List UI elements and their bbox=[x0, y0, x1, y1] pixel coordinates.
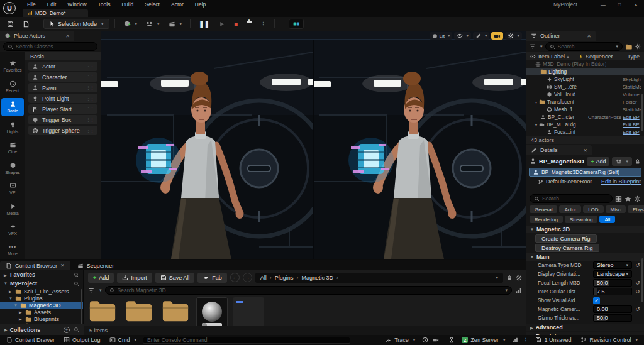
window-restore-button[interactable]: □ bbox=[611, 1, 628, 9]
close-icon[interactable]: ✕ bbox=[583, 148, 587, 153]
place-item-pawn[interactable]: Pawn⋮⋮ bbox=[28, 83, 97, 92]
category-vfx[interactable]: VFX bbox=[1, 221, 24, 239]
details-search-input[interactable] bbox=[542, 195, 608, 202]
cmd-dropdown[interactable]: Cmd ▾ bbox=[107, 335, 140, 345]
m3d-plugin-button[interactable] bbox=[289, 19, 304, 29]
grid-view-icon[interactable] bbox=[615, 195, 622, 202]
forward-button[interactable]: → bbox=[243, 273, 252, 282]
category-vp[interactable]: VP bbox=[1, 180, 24, 198]
drag-handle[interactable]: ⋮⋮ bbox=[86, 128, 94, 133]
menu-edit[interactable]: Edit bbox=[42, 0, 62, 9]
category-more[interactable]: •••More bbox=[1, 241, 24, 260]
console-input[interactable] bbox=[147, 337, 346, 343]
edit-bp-link[interactable]: Edit BP bbox=[623, 129, 641, 135]
chip-lod[interactable]: LOD bbox=[583, 205, 603, 213]
add-actor-dropdown[interactable]: ▾ bbox=[120, 19, 141, 29]
outliner-row-mesh1[interactable]: Mesh_1StaticMes bbox=[526, 106, 644, 113]
drag-handle[interactable]: ⋮⋮ bbox=[86, 96, 94, 101]
clock-icon[interactable] bbox=[422, 337, 428, 343]
sequencer-tab[interactable]: Sequencer bbox=[72, 261, 120, 270]
destroy-camera-rig-button[interactable]: Destroy Camera Rig bbox=[535, 244, 599, 252]
camera-type-dropdown[interactable]: Stereo▾ bbox=[593, 261, 632, 269]
hourglass-icon[interactable] bbox=[448, 337, 455, 343]
stop-button[interactable]: ■ bbox=[231, 19, 241, 29]
outliner-row-sm-sphere[interactable]: SM_...ereStaticMes bbox=[526, 83, 644, 90]
close-icon[interactable]: ✕ bbox=[65, 33, 70, 39]
chevron-down-icon[interactable]: ▾ bbox=[505, 288, 508, 293]
chip-misc[interactable]: Misc bbox=[606, 205, 626, 213]
details-scrollbar[interactable] bbox=[641, 258, 643, 302]
blueprints-dropdown[interactable]: ▾ bbox=[143, 19, 163, 29]
chip-all[interactable]: All bbox=[599, 216, 615, 223]
gear-icon[interactable] bbox=[634, 195, 641, 202]
edit-in-blueprint-link[interactable]: Edit in Blueprint bbox=[601, 178, 641, 185]
level-tab[interactable]: M3D_Demo* bbox=[23, 9, 88, 17]
import-button[interactable]: Import bbox=[117, 273, 152, 283]
place-item-point-light[interactable]: Point Light⋮⋮ bbox=[28, 94, 97, 103]
add-component-button[interactable]: +Add bbox=[587, 157, 609, 166]
gear-icon[interactable] bbox=[635, 43, 641, 50]
place-item-character[interactable]: Character⋮⋮ bbox=[28, 72, 97, 82]
outliner-row-world[interactable]: M3D_Demo (Play In Editor) bbox=[526, 60, 644, 68]
screenshot-camera-icon[interactable] bbox=[433, 337, 439, 343]
more-options-icon[interactable]: ⋮ bbox=[523, 337, 528, 343]
view-mode-dropdown[interactable]: Lit ▾ bbox=[430, 32, 452, 40]
outliner-row-translucent[interactable]: ▾ TranslucentFolder bbox=[526, 98, 644, 106]
tree-assets[interactable]: ▶ Assets bbox=[0, 309, 83, 315]
menu-window[interactable]: Window bbox=[62, 0, 92, 9]
outliner-row-lighting[interactable]: Lighting bbox=[526, 68, 644, 75]
revision-control-dropdown[interactable]: Revision Control▾ bbox=[578, 335, 640, 345]
expand-arrow-icon[interactable]: ▾ bbox=[535, 123, 537, 127]
magnetic-camera-input[interactable]: 0.08 bbox=[593, 305, 632, 313]
tree-plugins[interactable]: ▼ Plugins bbox=[0, 295, 83, 302]
outliner-row-bp-camerarig[interactable]: ▾ BP_M...aRig Edit BP bbox=[526, 121, 644, 128]
blueprint-options-dropdown[interactable]: ▾ bbox=[612, 157, 632, 166]
search-icon[interactable] bbox=[74, 327, 79, 332]
search-icon[interactable] bbox=[74, 281, 79, 287]
component-row-scene-root[interactable]: DefaultSceneRoot Edit in Blueprint bbox=[526, 177, 644, 186]
new-folder-icon[interactable] bbox=[625, 43, 632, 50]
search-icon[interactable] bbox=[74, 272, 79, 278]
eject-button[interactable]: ▲ bbox=[243, 19, 255, 29]
add-asset-button[interactable]: +Add bbox=[88, 273, 114, 283]
place-item-actor[interactable]: Actor⋮⋮ bbox=[28, 62, 97, 71]
category-cine[interactable]: Cine bbox=[1, 139, 24, 157]
asset-material-sphere[interactable] bbox=[196, 297, 228, 326]
back-button[interactable]: ← bbox=[230, 273, 240, 282]
asset-folder-1[interactable] bbox=[87, 297, 118, 325]
asset-folder-3[interactable] bbox=[160, 297, 191, 325]
reset-to-default-icon[interactable]: ↺ bbox=[635, 288, 641, 295]
column-item-label[interactable]: Item Label bbox=[538, 53, 565, 60]
menu-file[interactable]: File bbox=[21, 0, 42, 9]
outliner-row-focalpoint[interactable]: Foca...int Edit BP bbox=[526, 128, 644, 136]
save-button[interactable] bbox=[4, 19, 17, 29]
lock-icon[interactable] bbox=[635, 158, 641, 165]
place-item-player-start[interactable]: Player Start⋮⋮ bbox=[28, 104, 97, 114]
tree-myproject[interactable]: ▼ MyProject bbox=[0, 279, 83, 288]
stats-bars-icon[interactable] bbox=[512, 337, 518, 343]
unsaved-button[interactable]: 1 Unsaved bbox=[533, 335, 574, 345]
details-tab[interactable]: Details ✕ bbox=[526, 145, 592, 155]
chip-actor[interactable]: Actor bbox=[559, 205, 581, 213]
details-searchbox[interactable] bbox=[530, 194, 613, 203]
chip-rendering[interactable]: Rendering bbox=[530, 216, 563, 223]
edit-tools-dropdown[interactable]: ▾ bbox=[473, 32, 490, 40]
drag-handle[interactable]: ⋮⋮ bbox=[86, 118, 94, 123]
camera-mode-button[interactable] bbox=[491, 32, 503, 40]
outliner-scrollbar[interactable] bbox=[641, 94, 643, 131]
category-lights[interactable]: Lights bbox=[1, 119, 24, 137]
fab-button[interactable]: Fab bbox=[197, 273, 227, 283]
menu-tools[interactable]: Tools bbox=[92, 0, 116, 9]
menu-select[interactable]: Select bbox=[139, 0, 165, 9]
browse-button[interactable] bbox=[19, 19, 33, 29]
section-main[interactable]: ▼Main bbox=[526, 253, 644, 261]
trace-dropdown[interactable]: Trace▾ bbox=[383, 335, 418, 345]
place-actors-searchbox[interactable] bbox=[3, 42, 97, 51]
tree-magnetic-3d[interactable]: ▼ Magnetic 3D bbox=[0, 302, 83, 309]
show-visual-aid-checkbox[interactable]: ✓ bbox=[593, 297, 600, 304]
outliner-search-input[interactable] bbox=[558, 43, 612, 50]
category-basic[interactable]: Basic bbox=[1, 98, 24, 116]
column-sequencer[interactable]: Sequencer bbox=[586, 53, 613, 60]
selection-mode-dropdown[interactable]: Selection Mode ▾ bbox=[43, 19, 109, 29]
category-favorites[interactable]: Favorites bbox=[1, 57, 24, 75]
